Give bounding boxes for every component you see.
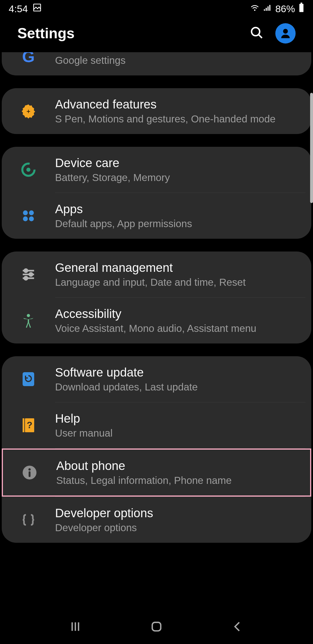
row-body: Software updateDownload updates, Last up…	[55, 366, 301, 393]
row-title: Software update	[55, 366, 301, 379]
status-bar: 4:54 86%	[0, 0, 313, 17]
svg-text:?: ?	[27, 420, 32, 430]
search-button[interactable]	[250, 26, 264, 41]
update-icon	[19, 370, 38, 388]
svg-rect-26	[29, 471, 31, 477]
signal-icon	[263, 3, 272, 15]
device-care-icon	[19, 160, 38, 179]
page-title: Settings	[17, 25, 74, 42]
help-book-icon: ?	[19, 416, 38, 435]
row-title: Help	[55, 412, 301, 426]
profile-button[interactable]	[275, 23, 296, 44]
battery-icon	[299, 3, 304, 15]
settings-item-device-care[interactable]: Device careBattery, Storage, Memory	[2, 147, 311, 193]
navigation-bar	[0, 609, 313, 644]
svg-rect-22	[23, 418, 24, 432]
settings-item-software-update[interactable]: Software updateDownload updates, Last up…	[2, 356, 311, 402]
svg-point-16	[29, 273, 32, 276]
row-subtitle: Default apps, App permissions	[55, 218, 301, 229]
settings-item-developer-options[interactable]: Developer optionsDeveloper options	[2, 497, 311, 543]
svg-point-14	[24, 269, 28, 272]
wifi-icon	[250, 3, 260, 15]
settings-card: General managementLanguage and input, Da…	[2, 252, 311, 343]
accessibility-icon	[19, 311, 38, 330]
info-icon	[20, 463, 39, 482]
settings-card: Device careBattery, Storage, MemoryAppsD…	[2, 147, 311, 239]
svg-point-9	[23, 210, 28, 215]
google-g-icon: G	[19, 52, 38, 66]
svg-rect-20	[23, 372, 34, 386]
row-subtitle: Status, Legal information, Phone name	[56, 475, 300, 486]
status-time: 4:54	[9, 3, 28, 15]
settings-item-google[interactable]: GGoogleGoogle settings	[2, 52, 311, 75]
home-button[interactable]	[148, 618, 165, 635]
apps-dots-icon	[19, 207, 38, 225]
row-body: Developer optionsDeveloper options	[55, 506, 301, 533]
battery-percent: 86%	[275, 3, 295, 15]
row-body: About phoneStatus, Legal information, Ph…	[56, 459, 300, 486]
row-title: Google	[55, 52, 301, 53]
svg-point-19	[27, 314, 30, 317]
svg-point-8	[26, 168, 30, 172]
svg-point-18	[24, 277, 28, 280]
row-title: Accessibility	[55, 307, 301, 321]
svg-point-25	[28, 468, 31, 471]
row-title: Developer options	[55, 506, 301, 520]
settings-item-about-phone[interactable]: About phoneStatus, Legal information, Ph…	[2, 448, 311, 497]
row-subtitle: S Pen, Motions and gestures, One-handed …	[55, 113, 301, 125]
row-title: Advanced features	[55, 97, 301, 111]
svg-point-10	[29, 210, 34, 215]
row-subtitle: Developer options	[55, 522, 301, 533]
row-subtitle: Download updates, Last update	[55, 381, 301, 393]
braces-icon	[19, 511, 38, 529]
row-body: General managementLanguage and input, Da…	[55, 261, 301, 288]
settings-item-accessibility[interactable]: AccessibilityVoice Assistant, Mono audio…	[2, 298, 311, 343]
row-title: About phone	[56, 459, 300, 473]
app-header: Settings	[0, 17, 313, 52]
row-body: Device careBattery, Storage, Memory	[55, 156, 301, 183]
svg-line-4	[259, 35, 262, 38]
row-body: AppsDefault apps, App permissions	[55, 202, 301, 229]
svg-point-3	[252, 28, 260, 36]
row-subtitle: Voice Assistant, Mono audio, Assistant m…	[55, 323, 301, 334]
row-body: AccessibilityVoice Assistant, Mono audio…	[55, 307, 301, 334]
settings-item-general-management[interactable]: General managementLanguage and input, Da…	[2, 252, 311, 297]
row-subtitle: Language and input, Date and time, Reset	[55, 276, 301, 288]
row-body: Advanced featuresS Pen, Motions and gest…	[55, 97, 301, 125]
sliders-icon	[19, 265, 38, 284]
settings-card: Software updateDownload updates, Last up…	[2, 356, 311, 543]
settings-card: +Advanced featuresS Pen, Motions and ges…	[2, 88, 311, 134]
row-title: General management	[55, 261, 301, 275]
settings-item-help[interactable]: ?HelpUser manual	[2, 402, 311, 448]
settings-item-advanced-features[interactable]: +Advanced featuresS Pen, Motions and ges…	[2, 88, 311, 134]
row-subtitle: User manual	[55, 427, 301, 439]
svg-point-11	[23, 216, 28, 221]
row-body: HelpUser manual	[55, 412, 301, 439]
svg-rect-1	[299, 4, 303, 12]
row-subtitle: Battery, Storage, Memory	[55, 172, 301, 183]
settings-list[interactable]: GGoogleGoogle settings+Advanced features…	[0, 52, 313, 621]
row-title: Apps	[55, 202, 301, 216]
gear-plus-icon: +	[19, 102, 38, 120]
settings-item-apps[interactable]: AppsDefault apps, App permissions	[2, 193, 311, 239]
svg-text:+: +	[26, 108, 30, 115]
back-button[interactable]	[229, 618, 246, 635]
scrollbar[interactable]	[310, 93, 313, 203]
svg-rect-2	[301, 3, 302, 4]
row-subtitle: Google settings	[55, 55, 301, 66]
row-body: GoogleGoogle settings	[55, 52, 301, 66]
svg-point-12	[29, 216, 34, 221]
settings-card: GGoogleGoogle settings	[2, 52, 311, 75]
row-title: Device care	[55, 156, 301, 170]
image-icon	[32, 3, 42, 15]
svg-rect-30	[152, 622, 161, 631]
recents-button[interactable]	[67, 618, 84, 635]
svg-point-5	[283, 29, 288, 34]
